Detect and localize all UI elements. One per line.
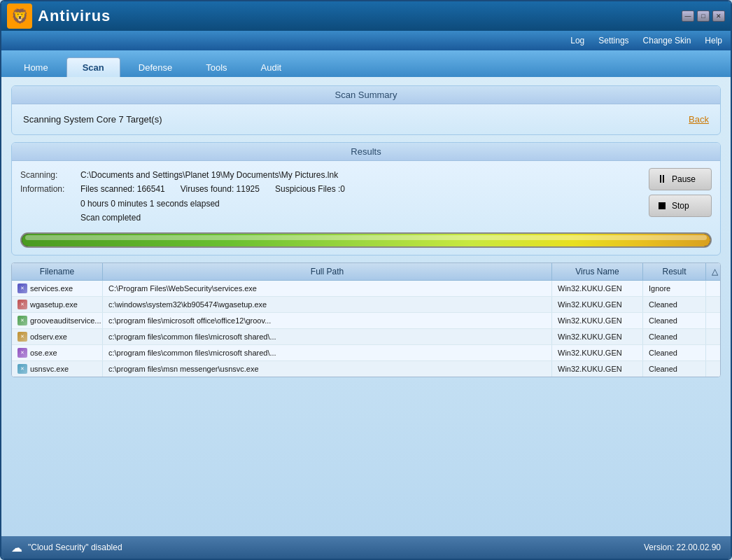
app-logo: 🦁 (7, 4, 32, 29)
title-bar-left: 🦁 Antivirus (7, 4, 111, 29)
cell-result: Ignore (643, 281, 706, 296)
status-left: ☁ "Cloud Security" disabled (11, 541, 122, 554)
cell-virusname: Win32.KUKU.GEN (552, 281, 643, 296)
time-elapsed: 0 hours 0 minutes 1 seconds elapsed (80, 197, 220, 211)
results-grid: Scanning: C:\Documents and Settings\Plan… (20, 168, 712, 225)
cell-fullpath: c:\program files\common files\microsoft … (103, 345, 552, 360)
table-row[interactable]: ✕ usnsvc.exe c:\program files\msn messen… (12, 361, 720, 377)
cell-fullpath: c:\program files\msn messenger\usnsvc.ex… (103, 361, 552, 377)
pause-label: Pause (672, 174, 696, 184)
stop-icon: ⏹ (656, 200, 668, 212)
scan-summary-body: Scanning System Core 7 Target(s) Back (12, 104, 720, 134)
cell-result: Cleaned (643, 345, 706, 360)
table-row[interactable]: ✕ grooveauditservice... c:\program files… (12, 313, 720, 329)
cloud-icon: ☁ (11, 541, 22, 554)
results-info: Scanning: C:\Documents and Settings\Plan… (20, 168, 643, 225)
close-button[interactable]: ✕ (712, 10, 725, 22)
scanning-label: Scanning: (20, 168, 76, 182)
scan-status-text: Scanning System Core 7 Target(s) (23, 114, 162, 125)
scanning-path: C:\Documents and Settings\Planet 19\My D… (80, 168, 338, 182)
file-icon: ✕ (17, 284, 27, 293)
pause-icon: ⏸ (656, 173, 668, 186)
cell-filename: ✕ services.exe (12, 281, 103, 296)
nav-bar: Home Scan Defense Tools Audit (1, 50, 731, 77)
tab-scan[interactable]: Scan (66, 57, 120, 77)
scan-summary-row: Scanning System Core 7 Target(s) Back (20, 111, 712, 127)
results-body: Scanning: C:\Documents and Settings\Plan… (12, 161, 720, 255)
maximize-button[interactable]: □ (697, 10, 710, 22)
col-filename: Filename (12, 263, 103, 280)
cell-result: Cleaned (643, 329, 706, 344)
cell-result: Cleaned (643, 297, 706, 312)
stop-button[interactable]: ⏹ Stop (649, 195, 712, 217)
cell-filename: ✕ ose.exe (12, 345, 103, 360)
menu-settings[interactable]: Settings (598, 36, 628, 46)
table-row[interactable]: ✕ wgasetup.exe c:\windows\system32\kb905… (12, 297, 720, 313)
time-elapsed-spacer (20, 197, 76, 211)
results-panel: Results Scanning: C:\Documents and Setti… (11, 142, 721, 255)
file-icon: ✕ (17, 332, 27, 342)
menu-change-skin[interactable]: Change Skin (643, 36, 691, 46)
minimize-button[interactable]: — (682, 10, 694, 22)
table-body: ✕ services.exe C:\Program Files\WebSecur… (12, 281, 720, 377)
file-icon: ✕ (17, 300, 27, 309)
cell-virusname: Win32.KUKU.GEN (552, 361, 643, 377)
file-icon: ✕ (17, 316, 27, 326)
status-bar: ☁ "Cloud Security" disabled Version: 22.… (1, 536, 731, 559)
cell-fullpath: C:\Program Files\WebSecurity\services.ex… (103, 281, 552, 296)
scan-summary-panel: Scan Summary Scanning System Core 7 Targ… (11, 85, 721, 135)
app-title: Antivirus (38, 7, 111, 25)
col-fullpath: Full Path (103, 263, 552, 280)
scroll-up-icon: △ (712, 267, 718, 276)
menu-log[interactable]: Log (570, 36, 584, 46)
cell-fullpath: c:\program files\common files\microsoft … (103, 329, 552, 344)
cell-filename: ✕ wgasetup.exe (12, 297, 103, 312)
scan-summary-header: Scan Summary (12, 86, 720, 104)
cell-filename: ✕ grooveauditservice... (12, 313, 103, 328)
cell-fullpath: c:\program files\microsoft office\office… (103, 313, 552, 328)
menu-help[interactable]: Help (705, 36, 722, 46)
time-elapsed-row: 0 hours 0 minutes 1 seconds elapsed (20, 197, 643, 211)
tab-defense[interactable]: Defense (123, 58, 188, 77)
version-text: Version: 22.00.02.90 (644, 542, 721, 552)
information-row: Information: Files scanned: 166541 Virus… (20, 182, 643, 196)
cell-scroll (706, 281, 720, 296)
table-row[interactable]: ✕ ose.exe c:\program files\common files\… (12, 345, 720, 361)
scanning-row: Scanning: C:\Documents and Settings\Plan… (20, 168, 643, 182)
suspicious-files: Suspicious Files :0 (275, 182, 345, 196)
col-result: Result (643, 263, 706, 280)
results-table: Filename Full Path Virus Name Result △ ✕… (11, 262, 721, 377)
table-row[interactable]: ✕ services.exe C:\Program Files\WebSecur… (12, 281, 720, 297)
tab-tools[interactable]: Tools (190, 58, 242, 77)
file-icon: ✕ (17, 348, 27, 358)
cell-result: Cleaned (643, 313, 706, 328)
main-content: Scan Summary Scanning System Core 7 Targ… (1, 77, 731, 536)
cell-result: Cleaned (643, 361, 706, 377)
cell-virusname: Win32.KUKU.GEN (552, 297, 643, 312)
cell-virusname: Win32.KUKU.GEN (552, 313, 643, 328)
back-link[interactable]: Back (689, 114, 709, 125)
cell-virusname: Win32.KUKU.GEN (552, 329, 643, 344)
title-bar: 🦁 Antivirus — □ ✕ (1, 1, 731, 31)
cell-filename: ✕ odserv.exe (12, 329, 103, 344)
viruses-found: Viruses found: 11925 (181, 182, 260, 196)
title-bar-controls: — □ ✕ (682, 10, 725, 22)
cell-scroll (706, 361, 720, 377)
cell-virusname: Win32.KUKU.GEN (552, 345, 643, 360)
scan-completed-spacer (20, 211, 76, 225)
stop-label: Stop (672, 201, 689, 211)
pause-button[interactable]: ⏸ Pause (649, 168, 712, 190)
col-scroll: △ (706, 263, 720, 280)
tab-audit[interactable]: Audit (246, 58, 297, 77)
tab-home[interactable]: Home (8, 58, 64, 77)
table-row[interactable]: ✕ odserv.exe c:\program files\common fil… (12, 329, 720, 345)
scan-completed: Scan completed (80, 211, 141, 225)
progress-bar (22, 234, 710, 246)
cloud-status: "Cloud Security" disabled (28, 542, 122, 552)
menu-bar: Log Settings Change Skin Help (1, 31, 731, 50)
scan-completed-row: Scan completed (20, 211, 643, 225)
cell-filename: ✕ usnsvc.exe (12, 361, 103, 377)
file-icon: ✕ (17, 364, 27, 374)
cell-scroll (706, 345, 720, 360)
files-scanned: Files scanned: 166541 (80, 182, 165, 196)
